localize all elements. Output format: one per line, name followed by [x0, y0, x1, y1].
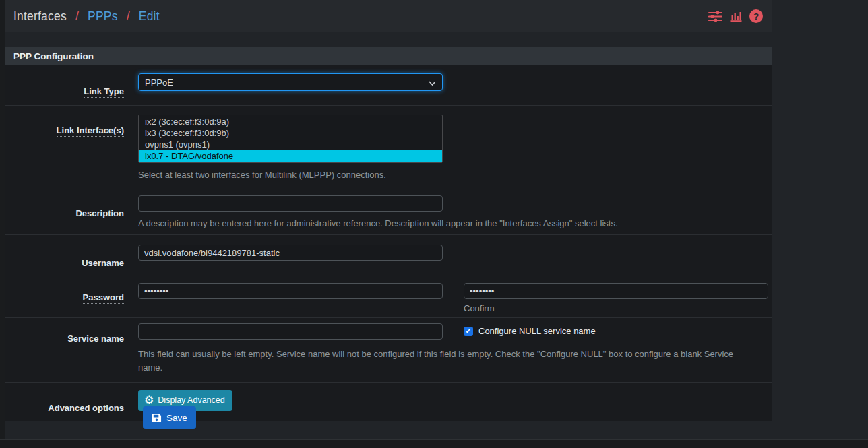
advanced-options-row: Advanced options ⚙ Display Advanced	[5, 382, 772, 421]
display-advanced-label: Display Advanced	[158, 395, 224, 405]
service-name-label: Service name	[67, 333, 124, 344]
list-item[interactable]: ovpns1 (ovpns1)	[139, 139, 442, 150]
gear-icon: ⚙	[144, 395, 154, 406]
save-button-label: Save	[166, 413, 187, 423]
status-sliders-icon[interactable]	[708, 11, 722, 22]
username-label: Username	[82, 258, 124, 269]
service-name-row: Service name Configure NULL service name…	[5, 317, 772, 381]
link-type-select[interactable]: PPPoE	[138, 73, 443, 91]
link-type-selected-value: PPPoE	[145, 77, 173, 88]
password-confirm-label: Confirm	[464, 303, 768, 313]
link-interfaces-row: Link Interface(s) ix2 (3c:ec:ef:f3:0d:9a…	[5, 105, 772, 187]
link-type-label: Link Type	[84, 86, 124, 98]
description-label: Description	[75, 208, 124, 218]
username-row: Username	[5, 234, 772, 278]
link-type-row: Link Type PPPoE	[5, 65, 772, 105]
service-name-input[interactable]	[138, 323, 443, 340]
ppp-configuration-panel: PPP Configuration Link Type PPPoE Link I…	[5, 47, 772, 421]
link-interfaces-label: Link Interface(s)	[57, 125, 124, 137]
chevron-down-icon	[429, 77, 436, 88]
link-interfaces-listbox[interactable]: ix2 (3c:ec:ef:f3:0d:9a) ix3 (3c:ec:ef:f3…	[138, 115, 443, 163]
description-input[interactable]	[138, 195, 443, 212]
panel-title: PPP Configuration	[5, 47, 772, 65]
breadcrumb-separator: /	[127, 9, 130, 23]
help-icon[interactable]: ?	[749, 9, 763, 23]
password-row: Password Confirm	[5, 278, 772, 317]
description-help: A description may be entered here for ad…	[138, 217, 766, 230]
password-label: Password	[83, 292, 124, 304]
password-confirm-input[interactable]	[464, 283, 768, 299]
configure-null-checkbox[interactable]	[464, 327, 473, 336]
configure-null-checkbox-group[interactable]: Configure NULL service name	[464, 326, 596, 336]
form-actions: Save	[143, 406, 196, 429]
description-row: Description A description may be entered…	[5, 187, 772, 234]
password-input[interactable]	[138, 283, 443, 299]
link-interfaces-help: Select at least two interfaces for Multi…	[138, 168, 766, 182]
breadcrumb-separator: /	[75, 9, 79, 23]
page-left-margin	[0, 0, 5, 448]
breadcrumb-bar: Interfaces / PPPs / Edit	[5, 0, 772, 32]
save-floppy-icon	[152, 413, 162, 423]
list-item[interactable]: ix2 (3c:ec:ef:f3:0d:9a)	[139, 116, 442, 127]
configure-null-label: Configure NULL service name	[478, 326, 596, 336]
breadcrumb-edit-link[interactable]: Edit	[139, 9, 160, 23]
username-input[interactable]	[138, 245, 443, 261]
ppp-configuration-form: Link Type PPPoE Link Interface(s) ix2 (3…	[5, 65, 772, 421]
list-item[interactable]: ix3 (3c:ec:ef:f3:0d:9b)	[139, 127, 442, 139]
breadcrumb-ppps-link[interactable]: PPPs	[88, 9, 118, 23]
monitoring-chart-icon[interactable]	[730, 11, 742, 22]
breadcrumb: Interfaces / PPPs / Edit	[13, 9, 160, 24]
page-footer	[0, 439, 868, 448]
topbar-icons: ?	[708, 9, 763, 23]
save-button[interactable]: Save	[143, 406, 196, 429]
breadcrumb-interfaces[interactable]: Interfaces	[13, 9, 67, 23]
service-name-help: This field can usually be left empty. Se…	[138, 348, 748, 375]
list-item-selected[interactable]: ix0.7 - DTAG/vodafone	[139, 150, 442, 162]
advanced-options-label: Advanced options	[48, 403, 124, 413]
